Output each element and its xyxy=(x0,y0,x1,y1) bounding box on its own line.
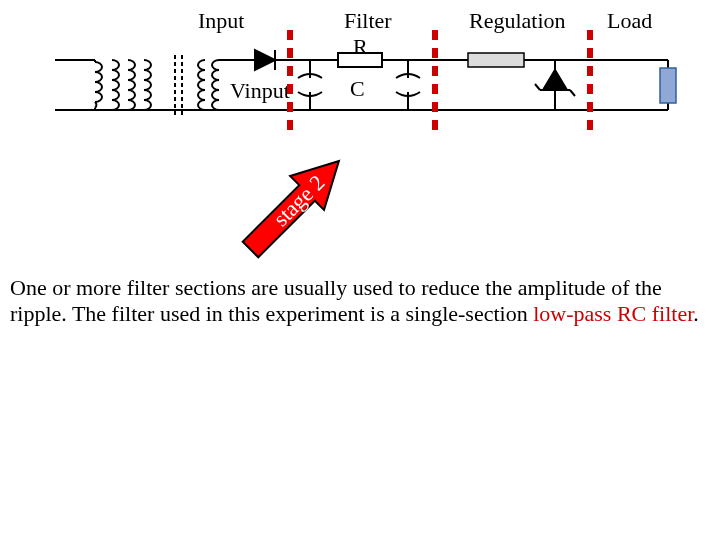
svg-rect-29 xyxy=(660,68,676,103)
capacitor-icon-1 xyxy=(298,60,322,110)
circuit-diagram: stage 2 xyxy=(0,0,720,260)
capacitor-icon-2 xyxy=(396,60,420,110)
zener-diode-icon xyxy=(535,60,575,110)
svg-rect-20 xyxy=(338,53,382,67)
diode-icon xyxy=(248,50,279,70)
resistor-icon xyxy=(332,53,388,67)
load-icon xyxy=(660,68,676,103)
section-dividers xyxy=(290,30,590,130)
transformer-icon xyxy=(95,55,248,115)
description-paragraph: One or more filter sections are usually … xyxy=(10,275,710,327)
svg-rect-24 xyxy=(468,53,524,67)
svg-marker-26 xyxy=(543,70,567,90)
svg-marker-14 xyxy=(255,50,275,70)
regulator-block-icon xyxy=(468,53,524,67)
diagram-stage: Input Filter Regulation Load R C Vinput xyxy=(0,0,720,540)
description-text-2: . xyxy=(693,301,699,326)
description-lowpass: low-pass RC filter xyxy=(533,301,693,326)
stage-arrow: stage 2 xyxy=(234,144,356,260)
